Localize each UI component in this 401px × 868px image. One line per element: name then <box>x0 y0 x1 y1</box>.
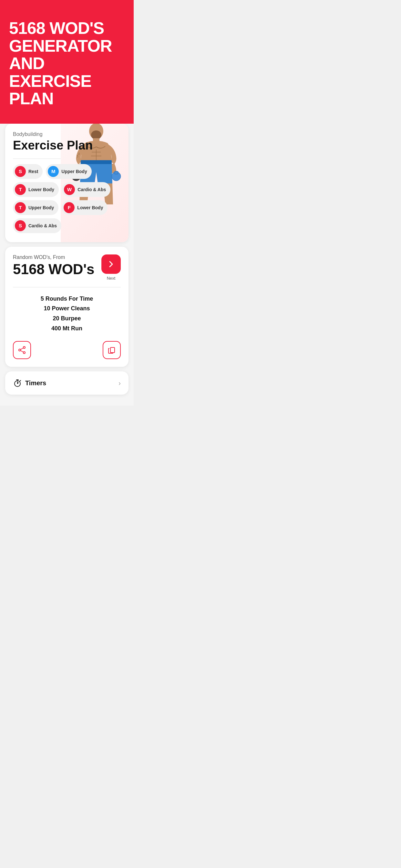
wod-header: Random WOD's, From 5168 WOD's Next <box>13 254 121 281</box>
day-tag-thursday-upper[interactable]: T Upper Body <box>13 200 58 215</box>
exercise-plan-card: Bodybuilding Exercise Plan S Rest M Uppe… <box>5 124 128 242</box>
timers-label: Timers <box>25 379 46 387</box>
wod-workout: 5 Rounds For Time 10 Power Cleans 20 Bur… <box>13 294 121 333</box>
exercise-plan-category: Bodybuilding <box>13 131 121 137</box>
wod-info: Random WOD's, From 5168 WOD's <box>13 254 95 277</box>
svg-point-11 <box>23 346 25 348</box>
day-tag-friday-lower[interactable]: F Lower Body <box>62 200 107 215</box>
day-label-cardio-abs-wed: Cardio & Abs <box>78 187 106 192</box>
share-button[interactable] <box>13 341 31 359</box>
wod-line-3: 20 Burpee <box>13 314 121 323</box>
timers-left: Timers <box>13 378 46 388</box>
day-label-lower-body-tue: Lower Body <box>28 187 54 192</box>
day-badge-t-lower: T <box>15 184 26 195</box>
svg-rect-16 <box>111 347 115 352</box>
next-button[interactable] <box>101 254 121 274</box>
day-label-lower-body-fri: Lower Body <box>77 205 103 210</box>
hero-title: 5168 WOD'S GENERATOR AND EXERCISE PLAN <box>9 20 125 107</box>
day-tag-sunday-rest[interactable]: S Rest <box>13 164 42 179</box>
day-label-upper-body-mon: Upper Body <box>61 169 87 174</box>
wod-count: 5168 WOD's <box>13 261 95 277</box>
wod-card: Random WOD's, From 5168 WOD's Next 5 Rou… <box>5 247 128 367</box>
day-badge-m-upper: M <box>48 166 59 177</box>
svg-line-15 <box>21 351 24 352</box>
svg-line-22 <box>20 380 21 381</box>
day-tag-tuesday-lower[interactable]: T Lower Body <box>13 182 59 197</box>
stopwatch-icon <box>13 378 22 388</box>
day-label-rest: Rest <box>28 169 38 174</box>
day-tag-saturday-cardio[interactable]: S Cardio & Abs <box>13 218 61 233</box>
timers-chevron-icon: › <box>119 379 121 387</box>
wod-divider <box>13 287 121 287</box>
svg-rect-6 <box>81 160 112 164</box>
day-badge-w-cardio: W <box>64 184 75 195</box>
day-tag-monday-upper[interactable]: M Upper Body <box>46 164 91 179</box>
hero-section: 5168 WOD'S GENERATOR AND EXERCISE PLAN <box>0 0 134 133</box>
day-badge-f-lower: F <box>64 202 74 213</box>
wod-line-4: 400 Mt Run <box>13 323 121 334</box>
day-label-cardio-abs-sat: Cardio & Abs <box>28 223 57 228</box>
next-button-wrapper: Next <box>101 254 121 281</box>
day-badge-t2-upper: T <box>15 202 26 213</box>
wod-line-1: 5 Rounds For Time <box>13 294 121 304</box>
exercise-plan-title: Exercise Plan <box>13 139 121 152</box>
next-label: Next <box>107 276 116 281</box>
timers-card[interactable]: Timers › <box>5 371 128 395</box>
day-label-upper-body-thu: Upper Body <box>28 205 54 210</box>
wod-line-2: 10 Power Cleans <box>13 304 121 314</box>
cards-container: Bodybuilding Exercise Plan S Rest M Uppe… <box>0 124 134 406</box>
svg-point-13 <box>19 349 21 351</box>
day-badge-s-rest: S <box>15 166 26 177</box>
copy-button[interactable] <box>103 341 121 359</box>
wod-actions <box>13 341 121 359</box>
wod-label: Random WOD's, From <box>13 254 95 260</box>
svg-point-12 <box>23 352 25 353</box>
svg-line-14 <box>21 348 24 350</box>
day-tags-container: S Rest M Upper Body T Lower Body W Cardi… <box>13 164 121 233</box>
day-tag-wednesday-cardio[interactable]: W Cardio & Abs <box>62 182 111 197</box>
day-badge-s2-cardio: S <box>15 220 26 231</box>
